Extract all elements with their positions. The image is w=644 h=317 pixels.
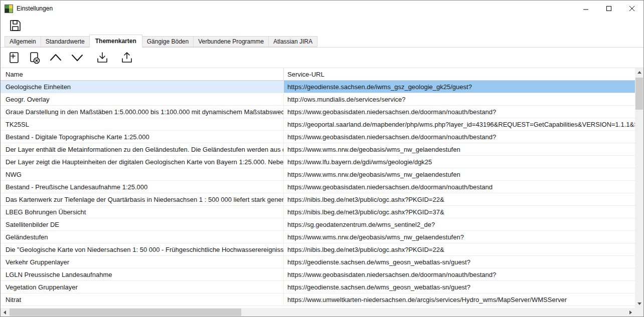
row-name-cell[interactable]: Bestand - Preußische Landesaufnahme 1:25…: [1, 181, 284, 193]
scroll-left-icon: [4, 310, 6, 314]
table-row[interactable]: NWG https://www.wms.nrw.de/geobasis/wms_…: [1, 168, 635, 181]
row-name-cell[interactable]: Das Kartenwerk zur Tiefenlage der Quartä…: [1, 193, 284, 206]
row-service-url-cell[interactable]: https://www.wms.nrw.de/geobasis/wms_nw_g…: [284, 143, 635, 156]
tab-atlassian-jira[interactable]: Atlassian JIRA: [268, 36, 317, 47]
row-service-url-cell[interactable]: http://ows.mundialis.de/services/service…: [284, 93, 635, 106]
table-row[interactable]: Geologische Einheiten https://geodienste…: [1, 81, 635, 93]
themenkarten-table: Name Service-URL Geologische Einheiten h…: [1, 68, 643, 308]
tab-bar: Allgemein Standardwerte Themenkarten Gän…: [1, 35, 643, 48]
table-row[interactable]: Bestand - Preußische Landesaufnahme 1:25…: [1, 181, 635, 193]
save-button[interactable]: [7, 18, 23, 34]
row-service-url-cell[interactable]: https://nibis.lbeg.de/net3/public/ogc.as…: [284, 206, 635, 218]
row-name-cell[interactable]: Vegetation Gruppenlayer: [1, 281, 284, 293]
tab-allgemein[interactable]: Allgemein: [5, 36, 41, 47]
table-header: Name Service-URL: [1, 68, 635, 81]
row-service-url-cell[interactable]: https://www.lfu.bayern.de/gdi/wms/geolog…: [284, 156, 635, 168]
row-service-url-cell[interactable]: https://geodienste.sachsen.de/wms_geosn_…: [284, 256, 635, 268]
row-name-cell[interactable]: Die "Geologische Karte von Niedersachsen…: [1, 243, 284, 256]
minimize-button[interactable]: [574, 1, 597, 16]
row-service-url-cell[interactable]: https://www.wms.nrw.de/geobasis/wms_nw_g…: [284, 168, 635, 181]
row-service-url-cell[interactable]: https://www.geobasisdaten.niedersachsen.…: [284, 268, 635, 281]
save-toolbar: [1, 17, 643, 35]
table-row[interactable]: Der Layer zeigt die Haupteinheiten der d…: [1, 156, 635, 168]
table-body: Geologische Einheiten https://geodienste…: [1, 81, 635, 308]
row-service-url-cell[interactable]: https://geodienste.sachsen.de/wms_geosn_…: [284, 281, 635, 293]
row-service-url-cell[interactable]: https://www.umweltkarten-niedersachsen.d…: [284, 293, 635, 306]
row-name-cell[interactable]: Der Layer enthält die Metainformationen …: [1, 143, 284, 156]
tab-standardwerte[interactable]: Standardwerte: [41, 36, 90, 47]
row-service-url-cell[interactable]: https://www.geobasisdaten.niedersachsen.…: [284, 131, 635, 143]
scroll-right-button[interactable]: [626, 308, 635, 316]
import-icon: [95, 51, 109, 65]
close-button[interactable]: [620, 1, 643, 16]
export-button[interactable]: [119, 50, 135, 66]
row-service-url-cell[interactable]: https://www.geobasisdaten.niedersachsen.…: [284, 106, 635, 118]
table-row[interactable]: Der Layer enthält die Metainformationen …: [1, 143, 635, 156]
row-name-cell[interactable]: Geologische Einheiten: [1, 81, 284, 93]
horizontal-scrollbar[interactable]: [1, 308, 635, 316]
table-row[interactable]: Graue Darstellung in den Maßstäben 1:5.0…: [1, 106, 635, 118]
tab-verbundene-programme[interactable]: Verbundene Programme: [193, 36, 269, 47]
row-name-cell[interactable]: Nitrat: [1, 293, 284, 306]
table-row[interactable]: Vegetation Gruppenlayer https://geodiens…: [1, 281, 635, 293]
row-service-url-cell[interactable]: https://www.wms.nrw.de/geobasis/wms_nw_g…: [284, 231, 635, 243]
horizontal-scrollbar-thumb[interactable]: [10, 308, 241, 316]
remove-entry-button[interactable]: [27, 50, 43, 66]
row-name-cell[interactable]: Graue Darstellung in den Maßstäben 1:5.0…: [1, 106, 284, 118]
row-name-cell[interactable]: Bestand - Digitale Topographische Karte …: [1, 131, 284, 143]
close-icon: [629, 6, 635, 12]
row-name-cell[interactable]: Verkehr Gruppenlayer: [1, 256, 284, 268]
column-header-name[interactable]: Name: [1, 68, 284, 80]
scroll-up-button[interactable]: [635, 68, 643, 77]
table-row[interactable]: Das Kartenwerk zur Tiefenlage der Quartä…: [1, 193, 635, 206]
row-name-cell[interactable]: Satellitenbilder DE: [1, 218, 284, 231]
move-down-button[interactable]: [69, 50, 86, 66]
add-entry-icon: [7, 51, 21, 65]
table-row[interactable]: LBEG Bohrungen Übersicht https://nibis.l…: [1, 206, 635, 218]
scroll-up-icon: [637, 71, 641, 74]
table-row[interactable]: Die "Geologische Karte von Niedersachsen…: [1, 243, 635, 256]
minimize-icon: [583, 6, 589, 12]
window-controls: [574, 1, 643, 17]
tab-themenkarten[interactable]: Themenkarten: [89, 35, 142, 48]
row-service-url-cell[interactable]: https://www.geobasisdaten.niedersachsen.…: [284, 181, 635, 193]
table-row[interactable]: Geogr. Overlay http://ows.mundialis.de/s…: [1, 93, 635, 106]
import-button[interactable]: [94, 50, 110, 66]
tab-gaengige-boeden[interactable]: Gängige Böden: [142, 36, 194, 47]
window-title: Einstellungen: [17, 5, 53, 12]
move-up-icon: [48, 51, 63, 65]
table-row[interactable]: LGLN Preussische Landesaufnahme https://…: [1, 268, 635, 281]
maximize-button[interactable]: [597, 1, 620, 16]
scroll-left-button[interactable]: [1, 308, 9, 316]
row-service-url-cell[interactable]: https://geodienste.sachsen.de/iwms_gsz_g…: [284, 81, 635, 93]
table-row[interactable]: Satellitenbilder DE https://sg.geodatenz…: [1, 218, 635, 231]
row-name-cell[interactable]: Der Layer zeigt die Haupteinheiten der d…: [1, 156, 284, 168]
row-name-cell[interactable]: LGLN Preussische Landesaufnahme: [1, 268, 284, 281]
row-name-cell[interactable]: NWG: [1, 168, 284, 181]
move-up-button[interactable]: [47, 50, 64, 66]
table-row[interactable]: Nitrat https://www.umweltkarten-niedersa…: [1, 293, 635, 306]
column-header-service-url[interactable]: Service-URL: [284, 68, 635, 80]
vertical-scrollbar[interactable]: [635, 68, 643, 308]
vertical-scrollbar-thumb[interactable]: [635, 78, 643, 110]
row-name-cell[interactable]: TK25SL: [1, 118, 284, 131]
app-icon: [5, 5, 13, 13]
table-row[interactable]: Bestand - Digitale Topographische Karte …: [1, 131, 635, 143]
table-row[interactable]: Verkehr Gruppenlayer https://geodienste.…: [1, 256, 635, 268]
table-row[interactable]: TK25SL https://geoportal.saarland.de/map…: [1, 118, 635, 131]
row-name-cell[interactable]: Geländestufen: [1, 231, 284, 243]
move-down-icon: [70, 51, 85, 65]
row-service-url-cell[interactable]: https://nibis.lbeg.de/net3/public/ogc.as…: [284, 193, 635, 206]
row-service-url-cell[interactable]: https://sg.geodatenzentrum.de/wms_sentin…: [284, 218, 635, 231]
save-floppy-icon: [8, 19, 22, 33]
row-name-cell[interactable]: Geogr. Overlay: [1, 93, 284, 106]
row-service-url-cell[interactable]: https://geoportal.saarland.de/mapbender/…: [284, 118, 635, 131]
add-entry-button[interactable]: [6, 50, 22, 66]
row-service-url-cell[interactable]: https://nibis.lbeg.de/net3/public/ogc.as…: [284, 243, 635, 256]
titlebar: Einstellungen: [1, 1, 643, 17]
export-icon: [120, 51, 134, 65]
table-row[interactable]: Geländestufen https://www.wms.nrw.de/geo…: [1, 231, 635, 243]
scroll-down-button[interactable]: [635, 299, 643, 308]
remove-entry-icon: [28, 51, 42, 65]
row-name-cell[interactable]: LBEG Bohrungen Übersicht: [1, 206, 284, 218]
